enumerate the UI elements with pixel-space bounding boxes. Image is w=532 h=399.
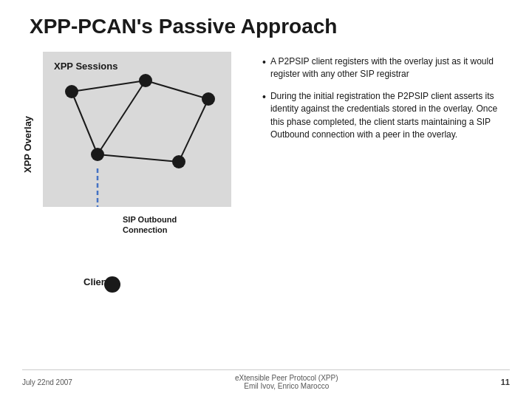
slide: XPP-PCAN's Passive Approach XPP Overlay … bbox=[0, 0, 532, 399]
svg-line-5 bbox=[98, 154, 179, 162]
right-panel: A P2PSIP client registers with the overl… bbox=[259, 52, 510, 150]
svg-line-3 bbox=[98, 81, 146, 154]
svg-line-2 bbox=[72, 92, 98, 154]
overlay-box: XPP Sessions bbox=[43, 52, 231, 207]
xpp-overlay-label: XPP Overlay bbox=[22, 52, 33, 236]
svg-line-4 bbox=[179, 99, 208, 162]
left-panel: XPP Overlay XPP Sessions bbox=[22, 52, 251, 303]
bullet-item-1: A P2PSIP client registers with the overl… bbox=[262, 55, 510, 81]
bullet-text-2: During the initial registration the P2PS… bbox=[270, 90, 510, 142]
sip-outbound-label: SIP OutboundConnection bbox=[123, 214, 177, 236]
bullet-list: A P2PSIP client registers with the overl… bbox=[262, 55, 510, 141]
content-area: XPP Overlay XPP Sessions bbox=[22, 52, 510, 303]
svg-line-0 bbox=[72, 81, 146, 92]
client-label: Client bbox=[83, 276, 110, 287]
sip-outbound-area: SIP OutboundConnection bbox=[43, 207, 251, 266]
footer-page-number: 11 bbox=[501, 378, 510, 386]
bullet-text-1: A P2PSIP client registers with the overl… bbox=[270, 55, 510, 81]
footer-date: July 22nd 2007 bbox=[22, 378, 72, 386]
bullet-item-2: During the initial registration the P2PS… bbox=[262, 90, 510, 142]
client-area: Client bbox=[43, 266, 251, 303]
footer: July 22nd 2007 eXtensible Peer Protocol … bbox=[22, 369, 510, 390]
footer-center-text: eXtensible Peer Protocol (XPP)Emil Ivov,… bbox=[235, 374, 338, 390]
slide-title: XPP-PCAN's Passive Approach bbox=[30, 15, 510, 38]
svg-line-1 bbox=[146, 81, 208, 99]
network-lines bbox=[43, 52, 231, 207]
